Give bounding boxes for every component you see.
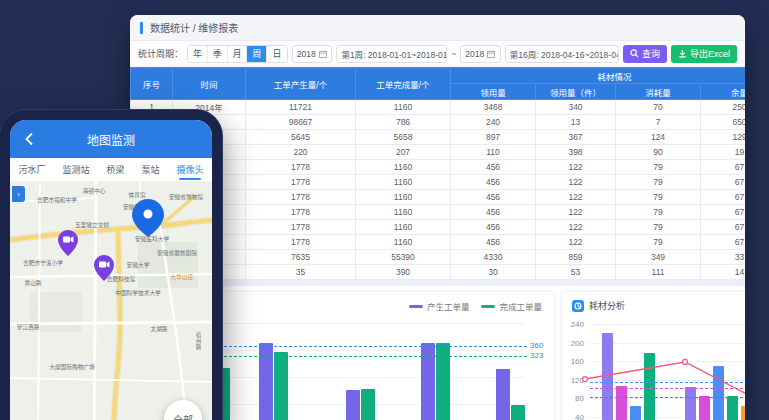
- bar-产生工单量[interactable]: [496, 369, 510, 420]
- cell: 1160: [356, 160, 451, 175]
- cell: 122: [536, 160, 616, 175]
- total-row: 合计763555390433085934933: [131, 250, 746, 265]
- bar-完成工单量[interactable]: [511, 405, 525, 420]
- cell: 1778: [246, 160, 356, 175]
- bar-bar-4[interactable]: [727, 396, 738, 420]
- camera-pin[interactable]: [94, 255, 114, 281]
- bar-bar-1[interactable]: [602, 333, 613, 420]
- y-axis-tick: 200: [564, 339, 584, 348]
- period-option-周[interactable]: 周: [247, 46, 267, 62]
- bar-产生工单量[interactable]: [259, 343, 273, 420]
- bar-产生工单量[interactable]: [421, 343, 435, 420]
- bar-完成工单量[interactable]: [361, 389, 375, 420]
- cell: 122: [536, 190, 616, 205]
- period-option-月[interactable]: 月: [228, 46, 248, 62]
- start-week-input[interactable]: 第1周: 2018-01-01~2018-01-07: [336, 45, 447, 63]
- map-view[interactable]: › 全部 海顿中心合肥市福和中学体育馆安徽农业大学安徽省博物馆五里墩立交桥安徽医…: [10, 182, 212, 420]
- y-axis-tick: 160: [564, 357, 584, 366]
- map-label: 太湖路: [150, 324, 167, 333]
- end-week-input[interactable]: 第16周: 2018-04-16~2018-04-22: [505, 45, 619, 63]
- cell: 349: [616, 250, 701, 265]
- phone-header: 地图监测: [10, 120, 212, 158]
- cell: 456: [451, 160, 536, 175]
- period-option-年[interactable]: 年: [188, 46, 208, 62]
- map-label: 海顿中心: [83, 186, 106, 195]
- bar-bar-2[interactable]: [616, 386, 627, 420]
- sub-column-header: 领用量: [451, 84, 536, 100]
- legend-item[interactable]: 完成工单量: [481, 300, 542, 312]
- bar-产生工单量[interactable]: [346, 390, 360, 420]
- bar-bar-5[interactable]: [741, 406, 745, 420]
- phone-tab-泵站[interactable]: 泵站: [141, 159, 159, 180]
- cell: 11721: [246, 100, 356, 115]
- bar-bar-1[interactable]: [685, 387, 696, 420]
- selected-location-pin[interactable]: [131, 198, 165, 238]
- phone-screen: 地图监测 污水厂监测站桥梁泵站摄像头 ›: [10, 120, 212, 420]
- search-icon: [630, 49, 639, 58]
- cell: 67: [701, 190, 746, 205]
- report-table: 序号时间工单产生量/个工单完成量/个耗材情况领用量领用量（件）消耗量余量1201…: [130, 67, 745, 280]
- cell: 1160: [356, 205, 451, 220]
- bar-bar-2[interactable]: [699, 396, 710, 420]
- end-year-select[interactable]: 2018: [460, 45, 501, 63]
- bar-完成工单量[interactable]: [274, 352, 288, 420]
- bar-完成工单量[interactable]: [436, 343, 450, 420]
- phone-tab-摄像头[interactable]: 摄像头: [176, 159, 203, 180]
- map-label: 宿州路: [194, 332, 203, 349]
- phone-mockup: 地图监测 污水厂监测站桥梁泵站摄像头 ›: [0, 110, 222, 420]
- cell: 19: [701, 145, 746, 160]
- legend-label: 产生工单量: [427, 300, 470, 312]
- table-row: 177811604561227967: [131, 190, 746, 205]
- period-option-季[interactable]: 季: [208, 46, 228, 62]
- table-row: 2202071103989019: [131, 145, 746, 160]
- search-button[interactable]: 查询: [623, 45, 667, 63]
- consumable-analysis-chart: 耗材分析 2402001601208040: [561, 291, 745, 420]
- cell: 33: [701, 250, 746, 265]
- legend-swatch: [481, 305, 495, 308]
- avg-row: 平均值35390305311114: [131, 265, 746, 280]
- cell: 1778: [246, 175, 356, 190]
- map-label: 合肥市宁溪小学: [23, 258, 63, 267]
- cell: 70: [616, 100, 701, 115]
- cell: 456: [451, 190, 536, 205]
- cell: 456: [451, 220, 536, 235]
- phone-tab-bar: 污水厂监测站桥梁泵站摄像头: [10, 158, 212, 182]
- export-excel-button[interactable]: 导出Excel: [671, 45, 737, 63]
- map-label: 中国科学技术大学: [115, 288, 161, 297]
- cell: 456: [451, 235, 536, 250]
- table-row: 98667786240137650: [131, 115, 746, 130]
- period-option-日[interactable]: 日: [267, 46, 287, 62]
- bar-bar-4[interactable]: [644, 353, 655, 420]
- start-year-select[interactable]: 2018: [292, 45, 333, 63]
- cell: 207: [356, 145, 451, 160]
- cell: 79: [616, 235, 701, 250]
- legend-item[interactable]: 产生工单量: [409, 300, 470, 312]
- cell: 67: [701, 175, 746, 190]
- cell: 79: [616, 190, 701, 205]
- cell: 3468: [451, 100, 536, 115]
- phone-tab-监测站[interactable]: 监测站: [62, 159, 89, 180]
- cell: 5645: [246, 130, 356, 145]
- gridline: [590, 324, 745, 325]
- legend-swatch: [409, 305, 423, 308]
- phone-tab-污水厂[interactable]: 污水厂: [18, 159, 45, 180]
- chart-title: 耗材分析: [589, 299, 625, 312]
- column-header: 时间: [173, 68, 246, 100]
- back-button[interactable]: [20, 130, 38, 148]
- cell: 7: [616, 115, 701, 130]
- bar-bar-3[interactable]: [630, 406, 641, 420]
- cell: 55390: [356, 250, 451, 265]
- bar-bar-3[interactable]: [713, 366, 724, 420]
- camera-pin[interactable]: [58, 230, 78, 256]
- download-icon: [678, 49, 687, 58]
- table-row: 177811604561227967: [131, 205, 746, 220]
- cell: 250: [701, 100, 746, 115]
- map-expand-button[interactable]: ›: [12, 186, 25, 202]
- cell: 122: [536, 235, 616, 250]
- group-header: 耗材情况: [451, 68, 746, 84]
- cell: 650: [701, 115, 746, 130]
- phone-tab-桥梁[interactable]: 桥梁: [106, 159, 124, 180]
- table-row: 12014年117211160346834070250: [131, 100, 746, 115]
- sub-column-header: 消耗量: [616, 84, 701, 100]
- map-label: 安徽大学: [127, 260, 150, 269]
